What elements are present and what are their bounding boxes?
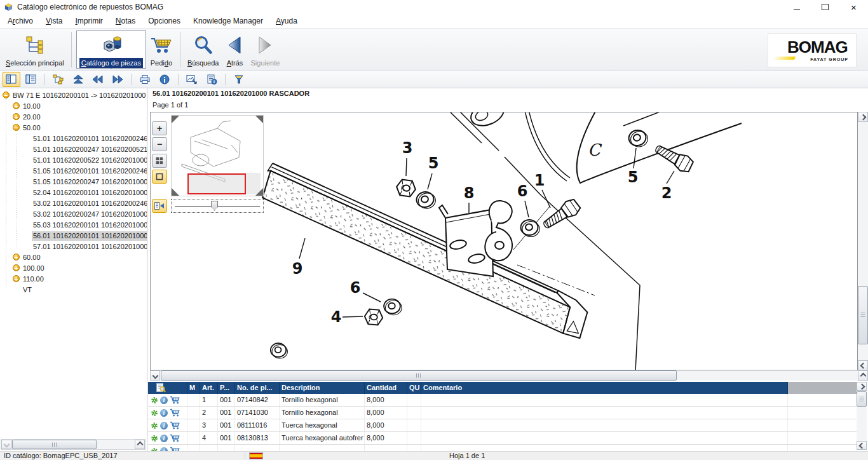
info-icon[interactable]: i [160,435,168,442]
tree-item[interactable]: 53.02 101620200247 101620201000 [0,209,147,220]
tree-expand-icon[interactable]: + [13,113,20,120]
zoom-window-button[interactable] [152,170,167,184]
drawing-viewport[interactable]: C 3586152964 + − [150,112,858,370]
table-header-m[interactable]: M [187,382,200,394]
table-header-qu[interactable]: QU [407,382,421,394]
table-vertical-scrollbar[interactable] [857,382,867,450]
tree-item[interactable]: 51.05 101620200247 101620201000 [0,177,147,187]
scroll-up-button[interactable] [858,112,868,122]
menu-item-knowledge-manager[interactable]: Knowledge Manager [187,14,269,28]
table-header-nodepi[interactable]: No. de pi... [235,382,280,394]
scrollbar-thumb[interactable] [858,286,868,344]
zoom-slider[interactable] [171,199,264,213]
table-row[interactable]: i200107141030Tornillo hexagonal8,000 [148,407,857,419]
table-header-cantidad[interactable]: Cantidad [365,382,407,394]
tree-expand-icon[interactable]: + [13,275,20,282]
document-info-button[interactable] [203,72,220,87]
add-to-cart-icon[interactable] [170,409,180,417]
maximize-button[interactable] [811,0,839,14]
zoom-all-button[interactable] [152,154,167,168]
back-button[interactable]: Atrás [222,30,247,69]
info-icon[interactable]: i [160,422,168,430]
tree-item[interactable]: −50.00 [0,123,147,133]
zoom-out-button[interactable]: − [152,137,167,151]
menu-item-ayuda[interactable]: Ayuda [269,14,304,28]
scroll-down-button[interactable] [857,441,867,450]
parts-catalog-button[interactable]: Catálogo de piezas [76,30,146,69]
info-icon[interactable]: i [160,409,168,417]
add-to-cart-icon[interactable] [170,434,180,442]
scroll-right-button[interactable] [858,370,868,381]
main-selection-button[interactable]: Selección principal [3,30,67,69]
drawing-horizontal-scrollbar[interactable] [150,370,868,381]
tree-item[interactable]: 53.02 101620200101 101620200246 [0,198,147,209]
gear-icon[interactable] [151,396,158,404]
tree-structure-button[interactable] [50,72,67,87]
collapse-navigator-button[interactable] [152,199,167,213]
gear-icon[interactable] [151,422,158,430]
slider-thumb[interactable] [211,201,218,211]
tree-item[interactable]: +20.00 [0,112,147,123]
tree-collapse-icon[interactable]: − [3,91,10,98]
tree-item[interactable]: 57.01 101620200101 101620201000 [0,241,147,252]
tree-item[interactable]: 51.01 101620200522 101620201000 [0,155,147,166]
forward-button[interactable]: Siguiente [248,30,282,69]
table-header-description[interactable]: Description [280,382,365,394]
scroll-left-button[interactable] [1,440,11,449]
menu-item-imprimir[interactable]: Imprimir [69,14,109,28]
scrollbar-thumb[interactable] [857,391,867,407]
minimize-button[interactable] [782,0,811,14]
close-button[interactable]: × [839,0,868,14]
scroll-up-button[interactable] [857,382,867,391]
tree-expand-icon[interactable]: + [13,254,20,260]
tree-item[interactable]: 55.03 101620200101 101620201000 [0,220,147,231]
scroll-left-button[interactable] [150,370,160,381]
scroll-down-button[interactable] [858,360,868,370]
tree-collapse-icon[interactable]: − [13,124,20,131]
tree-item[interactable]: +60.00 [0,252,147,263]
tree-item[interactable]: 51.05 101620200101 101620200246 [0,166,147,177]
panel-list-button[interactable] [3,72,20,87]
tree-horizontal-scrollbar[interactable] [1,439,146,450]
table-row[interactable]: i400108130813Tuerca hexagonal autofrer8,… [148,432,857,445]
tree-item[interactable]: +110.00 [0,274,147,285]
table-row[interactable]: i300108111016Tuerca hexagonal8,000 [148,419,857,432]
tree-item[interactable]: VT [0,285,147,295]
drawing-thumbnail[interactable] [171,115,264,196]
menu-item-opciones[interactable]: Opciones [142,14,187,28]
menu-item-archivo[interactable]: Archivo [1,14,39,28]
scrollbar-thumb[interactable] [12,440,97,449]
add-to-cart-icon[interactable] [170,421,180,430]
panel-columns-button[interactable] [22,72,40,87]
drawing-vertical-scrollbar[interactable] [858,112,868,370]
first-page-button[interactable] [89,72,107,87]
tree-item[interactable]: +10.00 [0,101,147,112]
table-header-p[interactable]: P... [218,382,235,394]
filter-button[interactable] [230,72,248,87]
collapse-up-button[interactable] [69,72,87,87]
scrollbar-thumb[interactable] [161,370,677,381]
tree-item[interactable]: 52.04 101620200101 101620201000 [0,187,147,198]
gear-icon[interactable] [151,409,158,417]
tree-item[interactable]: 56.01 101620200101 101620201000 [0,231,147,241]
tree-item[interactable]: −BW 71 E 101620200101 -> 101620201000 [0,90,147,101]
zoom-in-button[interactable]: + [152,121,167,135]
print-button[interactable] [136,72,154,87]
info-icon[interactable]: i [160,396,168,404]
export-image-button[interactable] [183,72,201,87]
scroll-right-button[interactable] [135,440,145,449]
next-page-button[interactable] [109,72,126,87]
tree-expand-icon[interactable]: + [13,264,20,271]
tree-item[interactable]: +100.00 [0,263,147,274]
tree-item[interactable]: 51.01 101620200101 101620200246 [0,133,147,144]
table-row[interactable]: i [148,445,857,451]
info-button[interactable] [156,72,173,87]
table-header-search-icon[interactable] [148,382,187,394]
tree-item[interactable]: 51.01 101620200247 101620200521 [0,144,147,155]
add-to-cart-icon[interactable] [170,396,180,404]
table-row[interactable]: i100107140842Tornillo hexagonal8,000 [148,394,857,407]
menu-item-notas[interactable]: Notas [109,14,142,28]
menu-item-vista[interactable]: Vista [39,14,69,28]
tree-expand-icon[interactable]: + [13,102,20,109]
table-header-art[interactable]: Art. [200,382,218,394]
